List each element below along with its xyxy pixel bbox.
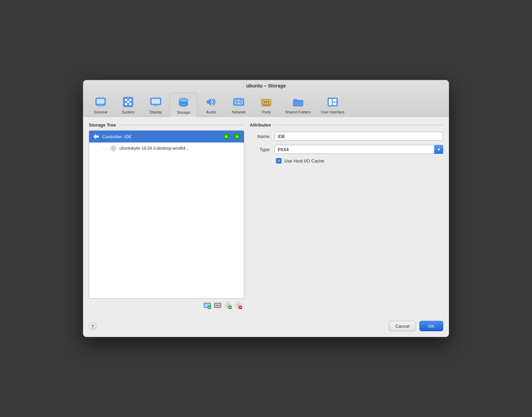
toolbar: General System bbox=[83, 91, 449, 117]
tree-connector: ····· bbox=[102, 146, 107, 150]
toolbar-ports-label: Ports bbox=[262, 110, 271, 114]
disk-item-label: ubuntukylin-16.04.3-desktop-amd64... bbox=[119, 146, 189, 151]
svg-rect-31 bbox=[329, 99, 332, 105]
type-row: Type: PIIX3 PIIX4 ICH6 bbox=[250, 145, 443, 154]
general-icon bbox=[93, 95, 108, 109]
use-host-io-cache-checkbox[interactable] bbox=[276, 158, 282, 164]
disk-icon bbox=[110, 145, 116, 151]
name-input[interactable] bbox=[275, 132, 443, 141]
svg-point-27 bbox=[264, 101, 265, 103]
svg-rect-11 bbox=[152, 99, 160, 104]
svg-rect-7 bbox=[125, 103, 127, 105]
use-host-io-cache-row: Use Host I/O Cache bbox=[276, 158, 443, 164]
svg-rect-13 bbox=[154, 105, 157, 106]
user-interface-icon bbox=[325, 95, 340, 109]
main-dialog: ubuntu – Storage General bbox=[83, 80, 449, 337]
svg-point-55 bbox=[227, 305, 229, 306]
svg-point-61 bbox=[238, 305, 239, 306]
footer: ? Cancel OK bbox=[83, 317, 449, 337]
svg-rect-6 bbox=[129, 99, 131, 101]
cancel-button[interactable]: Cancel bbox=[389, 321, 416, 331]
disk-item-row[interactable]: ····· ubuntukylin-16.04.3-desktop-amd64.… bbox=[89, 142, 244, 154]
toolbar-item-display[interactable]: Display bbox=[142, 93, 170, 117]
svg-rect-3 bbox=[99, 105, 102, 106]
left-panel: Storage Tree Controller: IDE bbox=[89, 122, 244, 312]
toolbar-general-label: General bbox=[94, 110, 107, 114]
add-attachment-btn[interactable] bbox=[223, 133, 230, 140]
name-label: Name: bbox=[250, 134, 270, 139]
svg-marker-34 bbox=[93, 134, 99, 139]
storage-icon bbox=[176, 95, 191, 110]
controller-label: Controller: IDE bbox=[102, 134, 132, 139]
network-icon bbox=[231, 95, 246, 109]
toolbar-item-system[interactable]: System bbox=[114, 93, 142, 117]
use-host-io-cache-label: Use Host I/O Cache bbox=[284, 158, 324, 164]
toolbar-item-general[interactable]: General bbox=[87, 93, 114, 117]
svg-rect-18 bbox=[207, 101, 209, 103]
type-label: Type: bbox=[250, 147, 270, 152]
svg-rect-1 bbox=[97, 99, 104, 104]
help-button[interactable]: ? bbox=[89, 322, 96, 330]
svg-rect-8 bbox=[129, 103, 131, 105]
toolbar-item-shared-folders[interactable]: Shared Folders bbox=[280, 93, 316, 117]
window-title: ubuntu – Storage bbox=[83, 83, 449, 89]
storage-tree[interactable]: Controller: IDE bbox=[89, 130, 244, 299]
audio-icon bbox=[204, 95, 218, 109]
controller-row[interactable]: Controller: IDE bbox=[89, 131, 244, 142]
ok-button[interactable]: OK bbox=[419, 321, 443, 331]
right-panel: Attributes Name: Type: PIIX3 PIIX4 ICH6 bbox=[250, 122, 443, 312]
svg-point-44 bbox=[113, 148, 114, 149]
toolbar-item-user-interface[interactable]: User Interface bbox=[316, 93, 349, 117]
toolbar-item-storage[interactable]: Storage bbox=[170, 93, 197, 117]
attributes-header: Attributes bbox=[250, 122, 443, 128]
footer-left: ? bbox=[89, 322, 386, 330]
display-icon bbox=[149, 95, 163, 109]
toolbar-item-audio[interactable]: Audio bbox=[197, 93, 225, 117]
toolbar-display-label: Display bbox=[150, 110, 162, 114]
shared-folders-icon bbox=[291, 95, 305, 109]
type-select[interactable]: PIIX3 PIIX4 ICH6 bbox=[275, 145, 443, 154]
remove-controller-btn[interactable] bbox=[234, 133, 240, 140]
tree-toolbar bbox=[89, 299, 244, 312]
svg-rect-33 bbox=[333, 103, 336, 105]
toolbar-network-label: Network bbox=[232, 110, 246, 114]
name-row: Name: bbox=[250, 132, 443, 141]
svg-rect-32 bbox=[333, 99, 336, 102]
toolbar-system-label: System bbox=[122, 110, 135, 114]
content-area: Storage Tree Controller: IDE bbox=[83, 117, 449, 317]
toolbar-shared-folders-label: Shared Folders bbox=[285, 110, 311, 114]
toolbar-audio-label: Audio bbox=[206, 110, 216, 114]
svg-point-29 bbox=[268, 101, 269, 103]
svg-point-28 bbox=[266, 101, 267, 103]
svg-point-17 bbox=[179, 98, 188, 102]
storage-tree-header: Storage Tree bbox=[89, 122, 244, 128]
toolbar-item-network[interactable]: Network bbox=[225, 93, 253, 117]
remove-from-tree-btn[interactable] bbox=[213, 301, 222, 310]
type-select-wrap: PIIX3 PIIX4 ICH6 bbox=[275, 145, 443, 154]
toolbar-item-ports[interactable]: Ports bbox=[253, 93, 280, 117]
attributes-section: Name: Type: PIIX3 PIIX4 ICH6 bbox=[250, 130, 443, 165]
add-disk-btn[interactable] bbox=[224, 301, 232, 310]
toolbar-storage-label: Storage bbox=[177, 110, 190, 114]
svg-rect-5 bbox=[125, 99, 127, 101]
add-controller-btn[interactable] bbox=[203, 301, 212, 310]
toolbar-user-interface-label: User Interface bbox=[321, 110, 344, 114]
title-bar: ubuntu – Storage General bbox=[83, 80, 449, 117]
system-icon bbox=[121, 95, 135, 109]
ports-icon bbox=[259, 95, 274, 109]
controller-icon bbox=[93, 133, 99, 140]
remove-disk-btn[interactable] bbox=[234, 301, 243, 310]
svg-point-9 bbox=[127, 101, 129, 103]
